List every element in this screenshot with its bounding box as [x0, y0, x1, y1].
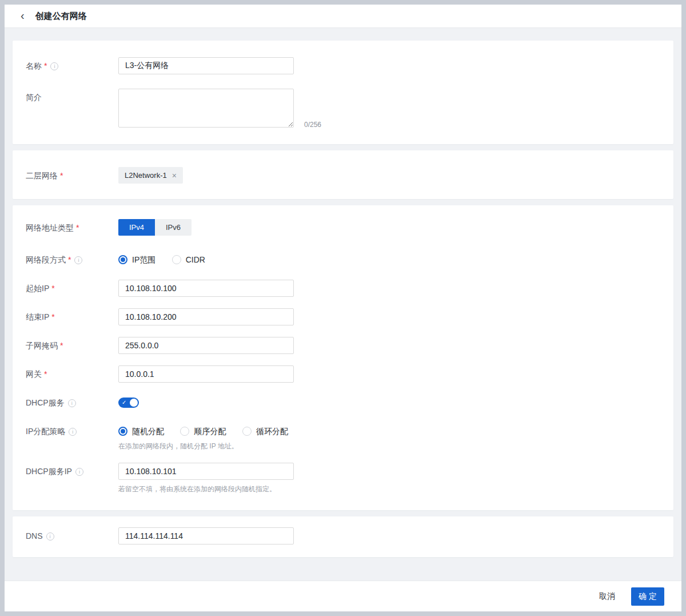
name-label-text: 名称	[26, 61, 42, 70]
required-marker: *	[68, 255, 71, 264]
info-icon[interactable]: i	[75, 468, 83, 476]
radio-cidr[interactable]: CIDR	[172, 251, 205, 268]
dns-input[interactable]	[118, 527, 294, 545]
alloc-strategy-label-text: IP分配策略	[26, 427, 65, 436]
info-icon[interactable]: i	[46, 532, 54, 541]
page-title: 创建公有网络	[35, 11, 87, 22]
field-row-name: 名称*i	[26, 57, 656, 74]
start-ip-input[interactable]	[118, 280, 294, 297]
description-textarea[interactable]	[118, 89, 294, 128]
gateway-label-text: 网关	[26, 369, 42, 379]
radio-label: 随机分配	[132, 423, 164, 440]
segment-mode-label: 网络段方式*i	[26, 251, 118, 268]
titlebar: ‹ 创建公有网络	[5, 5, 681, 28]
dhcp-server-ip-control: 若留空不填，将由系统在添加的网络段内随机指定。	[118, 463, 656, 494]
required-marker: *	[44, 369, 47, 379]
dns-control	[118, 527, 656, 545]
alloc-strategy-label: IP分配策略i	[26, 423, 118, 451]
dhcp-server-ip-label-text: DHCP服务IP	[26, 467, 72, 476]
description-wrap: 0/256	[118, 89, 294, 130]
name-input[interactable]	[118, 57, 294, 74]
cancel-button[interactable]: 取消	[599, 591, 615, 602]
description-control: 0/256	[118, 89, 656, 130]
card-dns: DNSi	[13, 516, 673, 557]
confirm-button[interactable]: 确 定	[631, 587, 664, 606]
radio-dot	[118, 255, 127, 264]
info-icon[interactable]: i	[50, 62, 58, 70]
radio-dot	[242, 427, 252, 436]
radio-random-alloc[interactable]: 随机分配	[118, 423, 164, 440]
dhcp-service-control: ✓	[118, 394, 656, 411]
dhcp-service-label-text: DHCP服务	[26, 398, 65, 407]
radio-label: IP范围	[132, 251, 155, 268]
dns-label-text: DNS	[26, 531, 43, 541]
field-row-start-ip: 起始IP*	[26, 280, 656, 297]
required-marker: *	[51, 312, 54, 321]
field-row-dhcp-service: DHCP服务i ✓	[26, 394, 656, 411]
required-marker: *	[60, 171, 63, 180]
dns-label: DNSi	[26, 527, 118, 545]
netmask-input[interactable]	[118, 337, 294, 354]
name-label: 名称*i	[26, 57, 118, 74]
radio-ip-range[interactable]: IP范围	[118, 251, 155, 268]
remove-icon[interactable]: ×	[172, 172, 177, 180]
ip-version-control: IPv4 IPv6	[118, 219, 656, 236]
radio-label: 循环分配	[256, 423, 288, 440]
start-ip-control	[118, 280, 656, 297]
field-row-description: 简介 0/256	[26, 89, 656, 130]
field-row-alloc-strategy: IP分配策略i 随机分配 顺序分配	[26, 423, 656, 451]
field-row-end-ip: 结束IP*	[26, 308, 656, 325]
dhcp-service-label: DHCP服务i	[26, 394, 118, 411]
radio-roundrobin-alloc[interactable]: 循环分配	[242, 423, 288, 440]
check-icon: ✓	[122, 399, 126, 406]
radio-label: 顺序分配	[194, 423, 226, 440]
l2-network-control: L2Network-1 ×	[118, 167, 656, 184]
dhcp-server-ip-input[interactable]	[118, 463, 294, 480]
toggle-knob	[130, 399, 138, 407]
ipv4-button[interactable]: IPv4	[118, 219, 155, 236]
dhcp-server-ip-label: DHCP服务IPi	[26, 463, 118, 494]
radio-dot	[172, 255, 181, 264]
back-icon[interactable]: ‹	[21, 10, 25, 21]
name-control	[118, 57, 656, 74]
ip-version-segment: IPv4 IPv6	[118, 219, 192, 236]
field-row-segment-mode: 网络段方式*i IP范围 CIDR	[26, 251, 656, 268]
end-ip-label-text: 结束IP	[26, 312, 49, 321]
footer-actions: 取消 确 定	[5, 581, 681, 611]
description-label: 简介	[26, 89, 118, 130]
dhcp-server-ip-helper: 若留空不填，将由系统在添加的网络段内随机指定。	[118, 484, 656, 494]
field-row-gateway: 网关*	[26, 365, 656, 383]
ip-version-label: 网络地址类型*	[26, 219, 118, 236]
netmask-label-text: 子网掩码	[26, 341, 58, 350]
form-body: 名称*i 简介 0/256	[5, 28, 681, 581]
gateway-input[interactable]	[118, 365, 294, 383]
field-row-l2-network: 二层网络* L2Network-1 ×	[26, 167, 656, 184]
field-row-dns: DNSi	[26, 527, 656, 545]
required-marker: *	[60, 341, 63, 350]
info-icon[interactable]: i	[68, 399, 76, 407]
screen: ‹ 创建公有网络 名称*i 简介	[0, 0, 686, 616]
ipv6-button[interactable]: IPv6	[155, 219, 192, 236]
alloc-strategy-control: 随机分配 顺序分配 循环分配 在添加的网络段内，随机分配 IP 地址	[118, 423, 656, 451]
radio-sequential-alloc[interactable]: 顺序分配	[180, 423, 226, 440]
start-ip-label: 起始IP*	[26, 280, 118, 297]
end-ip-input[interactable]	[118, 308, 294, 325]
radio-dot	[180, 427, 189, 436]
radio-label: CIDR	[186, 251, 205, 268]
l2-network-tag[interactable]: L2Network-1 ×	[118, 167, 183, 184]
create-public-network-page: ‹ 创建公有网络 名称*i 简介	[5, 5, 681, 611]
info-icon[interactable]: i	[74, 256, 82, 264]
card-l2-network: 二层网络* L2Network-1 ×	[13, 150, 673, 199]
field-row-dhcp-server-ip: DHCP服务IPi 若留空不填，将由系统在添加的网络段内随机指定。	[26, 463, 656, 494]
dhcp-toggle[interactable]: ✓	[118, 398, 139, 408]
required-marker: *	[76, 223, 79, 232]
card-network-config: 网络地址类型* IPv4 IPv6 网络段方式*i	[13, 205, 673, 510]
ip-version-label-text: 网络地址类型	[26, 223, 74, 232]
char-counter: 0/256	[304, 121, 321, 129]
card-basic-info: 名称*i 简介 0/256	[13, 41, 673, 144]
info-icon[interactable]: i	[69, 428, 77, 436]
l2-network-label-text: 二层网络	[26, 171, 58, 180]
l2-network-label: 二层网络*	[26, 167, 118, 184]
segment-mode-control: IP范围 CIDR	[118, 251, 656, 268]
l2-network-tag-label: L2Network-1	[125, 171, 167, 180]
